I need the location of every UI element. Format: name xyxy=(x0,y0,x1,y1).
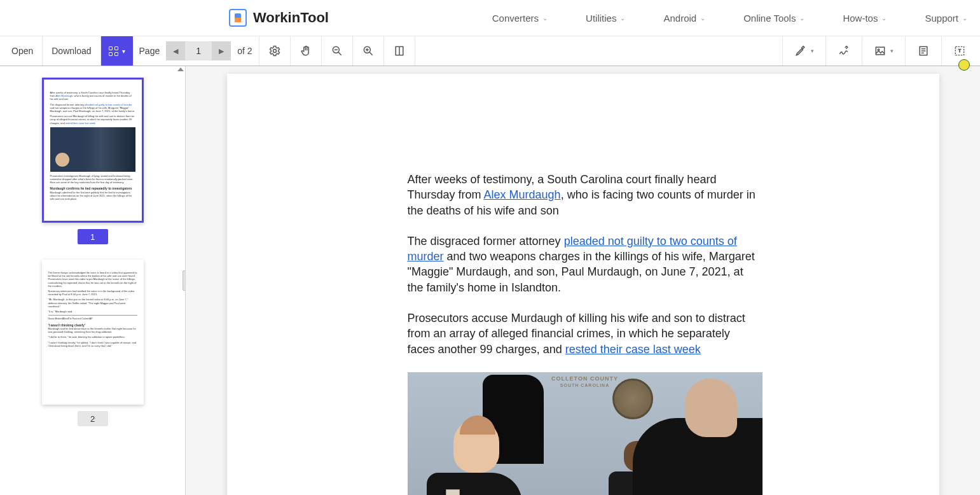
thumbnail-sidebar[interactable]: After weeks of testimony, a South Caroli… xyxy=(0,66,186,495)
page-label-1: 1 xyxy=(78,229,108,244)
page-input[interactable] xyxy=(185,41,212,60)
grid-icon xyxy=(109,46,118,56)
thumbnail-view-button[interactable]: ▾ xyxy=(101,36,133,66)
image-icon xyxy=(874,45,887,57)
zoom-out-icon xyxy=(331,45,343,57)
nav-converters[interactable]: Converters⌄ xyxy=(492,13,548,24)
chevron-down-icon: ⌄ xyxy=(700,15,705,22)
signature-icon xyxy=(838,45,850,57)
nav-links: Converters⌄ Utilities⌄ Android⌄ Online T… xyxy=(492,13,967,24)
caret-down-icon: ▾ xyxy=(811,48,814,54)
thumb-wrap-2: The former lawyer acknowledged the voice… xyxy=(0,260,185,426)
gear-icon xyxy=(268,45,281,57)
brand-logo-icon xyxy=(229,9,247,27)
page-prev-button[interactable]: ◀ xyxy=(166,41,185,60)
nav-online-tools[interactable]: Online Tools⌄ xyxy=(743,13,804,24)
thumbnail-page-2[interactable]: The former lawyer acknowledged the voice… xyxy=(42,260,144,405)
scroll-up-icon[interactable] xyxy=(177,67,184,71)
courtroom-photo: COLLETON COUNTYSOUTH CAROLINA xyxy=(408,372,763,495)
brand-name: WorkinTool xyxy=(253,10,329,26)
link-rested-case[interactable]: rested their case last week xyxy=(565,343,701,356)
nav-utilities[interactable]: Utilities⌄ xyxy=(586,13,625,24)
paragraph-2: The disgraced former attorney pleaded no… xyxy=(408,234,759,295)
toolbar-right: ▾ ▾ xyxy=(782,36,977,66)
zoom-in-icon xyxy=(362,45,375,57)
chevron-down-icon: ⌄ xyxy=(620,15,625,22)
page-input-box: ◀ ▶ xyxy=(166,41,231,60)
highlight-tool-button[interactable]: ▾ xyxy=(782,36,825,66)
open-button[interactable]: Open xyxy=(3,36,43,66)
nav-android[interactable]: Android⌄ xyxy=(663,13,705,24)
chevron-down-icon: ⌄ xyxy=(542,15,548,22)
hand-icon xyxy=(300,45,312,57)
chevron-down-icon: ⌄ xyxy=(962,15,967,22)
document-viewer[interactable]: After weeks of testimony, a South Caroli… xyxy=(186,66,980,495)
settings-button[interactable] xyxy=(259,36,291,66)
page-label: Page xyxy=(139,46,160,56)
svg-rect-4 xyxy=(876,47,884,55)
paragraph-3: Prosecutors accuse Murdaugh of killing h… xyxy=(408,310,759,357)
brand: WorkinTool xyxy=(229,9,329,27)
thumb-wrap-1: After weeks of testimony, a South Caroli… xyxy=(0,78,185,244)
svg-point-0 xyxy=(273,50,276,53)
caret-down-icon: ▾ xyxy=(122,48,125,55)
signature-tool-button[interactable] xyxy=(825,36,862,66)
page-total: of 2 xyxy=(237,46,252,56)
annotation-tool-button[interactable] xyxy=(905,36,941,66)
page-navigator: Page ◀ ▶ of 2 xyxy=(133,36,259,66)
text-box-icon xyxy=(953,45,966,57)
paragraph-1: After weeks of testimony, a South Caroli… xyxy=(408,172,759,218)
mouse-cursor xyxy=(958,59,970,71)
page-layout-icon xyxy=(393,45,406,57)
page-layout-button[interactable] xyxy=(384,36,415,66)
nav-support[interactable]: Support⌄ xyxy=(925,13,967,24)
text-box-tool-button[interactable] xyxy=(941,36,977,66)
note-icon xyxy=(917,45,930,57)
body-area: After weeks of testimony, a South Caroli… xyxy=(0,66,980,495)
page-next-button[interactable]: ▶ xyxy=(212,41,231,60)
zoom-out-button[interactable] xyxy=(322,36,353,66)
page-label-2: 2 xyxy=(78,411,108,426)
thumbnail-page-1[interactable]: After weeks of testimony, a South Caroli… xyxy=(42,78,144,223)
page-1: After weeks of testimony, a South Caroli… xyxy=(227,74,939,495)
chevron-down-icon: ⌄ xyxy=(799,15,804,22)
zoom-in-button[interactable] xyxy=(353,36,384,66)
pan-tool-button[interactable] xyxy=(291,36,322,66)
link-alex-murdaugh[interactable]: Alex Murdaugh xyxy=(484,188,561,201)
caret-down-icon: ▾ xyxy=(890,48,894,54)
top-nav: WorkinTool Converters⌄ Utilities⌄ Androi… xyxy=(0,0,980,36)
image-tool-button[interactable]: ▾ xyxy=(862,36,905,66)
chevron-down-icon: ⌄ xyxy=(881,15,887,22)
pen-icon xyxy=(794,45,807,57)
download-button[interactable]: Download xyxy=(43,36,100,66)
nav-howtos[interactable]: How-tos⌄ xyxy=(843,13,887,24)
toolbar: Open Download ▾ Page ◀ ▶ of 2 ▾ ▾ xyxy=(0,36,980,66)
